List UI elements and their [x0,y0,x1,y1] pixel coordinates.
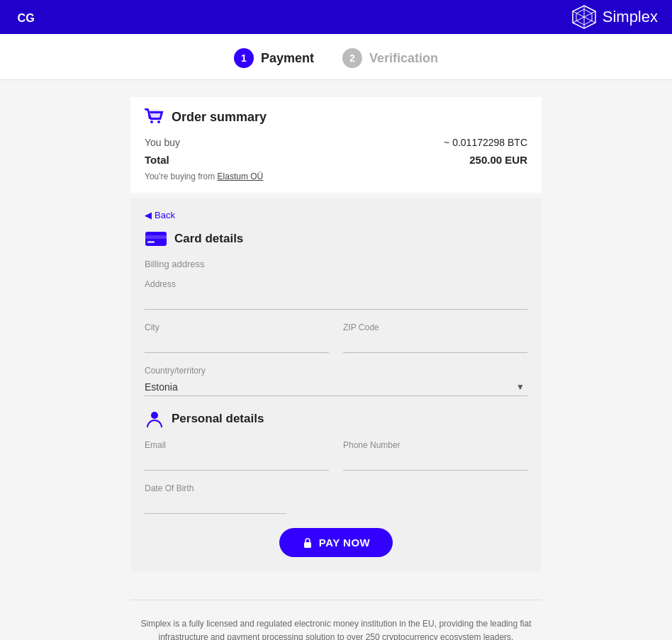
back-arrow-icon: ◀ [145,210,152,220]
step-1-label: Payment [261,51,314,66]
step-2-number: 2 [342,48,362,68]
buying-from: You're buying from Elastum OÜ [145,172,527,181]
zip-field: ZIP Code [343,322,527,353]
you-buy-value: ~ 0.01172298 BTC [444,137,527,148]
phone-input[interactable] [343,453,527,471]
email-input[interactable] [145,453,329,471]
order-summary-section: Order summary You buy ~ 0.01172298 BTC T… [130,97,542,193]
total-value: 250.00 EUR [469,154,527,166]
header: CG Simplex [0,0,672,34]
steps-container: 1 Payment 2 Verification [0,34,672,80]
city-field: City [145,322,329,353]
svg-point-13 [151,412,158,419]
footer-text: Simplex is a fully licensed and regulate… [138,617,534,640]
lock-icon [302,537,313,549]
email-phone-row: Email Phone Number [145,440,527,483]
phone-label: Phone Number [343,440,527,450]
person-icon [145,409,164,429]
svg-rect-11 [145,235,167,239]
order-summary-header: Order summary [145,108,527,125]
card-details-header: Card details [145,230,527,247]
form-section: ◀ Back Card details Billing address Addr… [130,198,542,571]
simplex-text: Simplex [603,8,658,26]
city-input[interactable] [145,335,329,353]
order-you-buy-row: You buy ~ 0.01172298 BTC [145,137,527,148]
country-label: Country/territory [145,366,527,376]
city-zip-row: City ZIP Code [145,322,527,366]
merchant-link[interactable]: Elastum OÜ [218,172,264,181]
svg-rect-14 [304,542,311,548]
address-field: Address [145,279,527,310]
simplex-logo: Simplex [571,4,658,30]
dob-label: Date Of Birth [145,483,286,493]
country-select[interactable]: Estonia Latvia Lithuania Finland Germany… [145,378,527,396]
country-field: Country/territory Estonia Latvia Lithuan… [145,366,527,396]
step-verification: 2 Verification [342,48,438,68]
personal-details-section: Personal details Email Phone Number Date… [145,409,527,514]
phone-field: Phone Number [343,440,527,471]
order-summary-title: Order summary [172,110,267,125]
svg-text:CG: CG [18,11,35,24]
back-label: Back [155,210,175,220]
svg-point-9 [157,120,160,123]
step-payment: 1 Payment [234,48,314,68]
step-2-label: Verification [369,51,438,66]
billing-address-subtitle: Billing address [145,259,527,269]
zip-input[interactable] [343,335,527,353]
personal-details-title: Personal details [172,412,264,426]
pay-now-label: PAY NOW [319,537,370,549]
pay-btn-wrapper: PAY NOW [145,528,527,557]
back-link[interactable]: ◀ Back [145,210,527,220]
coingate-logo: CG [14,4,40,30]
pay-now-button[interactable]: PAY NOW [279,528,393,557]
email-field: Email [145,440,329,471]
you-buy-label: You buy [145,137,180,148]
address-label: Address [145,279,527,289]
card-icon [145,230,167,247]
city-label: City [145,322,329,332]
card-details-title: Card details [174,232,243,246]
personal-details-header: Personal details [145,409,527,429]
main-content: Order summary You buy ~ 0.01172298 BTC T… [130,80,542,640]
svg-rect-12 [147,241,155,243]
total-label: Total [145,154,169,166]
dob-field: Date Of Birth [145,483,286,514]
zip-label: ZIP Code [343,322,527,332]
order-total-row: Total 250.00 EUR [145,154,527,166]
address-input[interactable] [145,292,527,310]
email-label: Email [145,440,329,450]
footer: Simplex is a fully licensed and regulate… [130,600,542,640]
cart-icon [145,108,164,125]
dob-input[interactable] [145,496,286,514]
svg-point-8 [150,120,153,123]
step-1-number: 1 [234,48,254,68]
